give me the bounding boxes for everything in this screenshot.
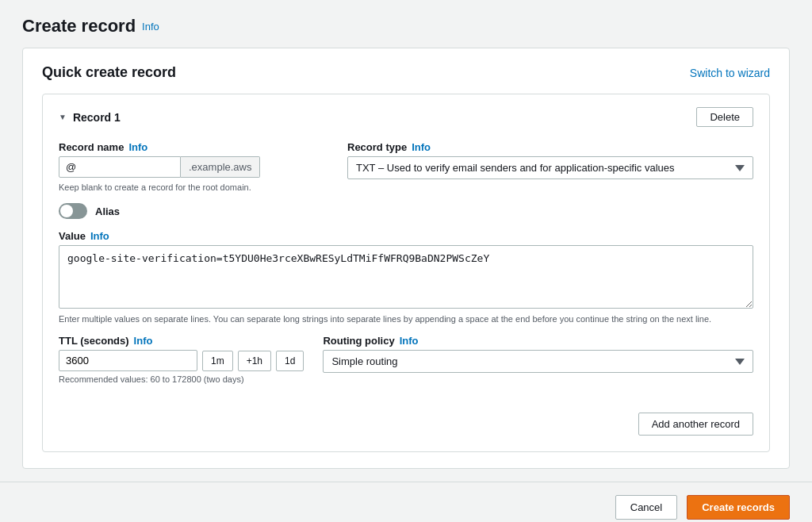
ttl-1m-button[interactable]: 1m [202,351,233,371]
record-type-label: Record type Info [347,141,753,153]
record-type-group: Record type Info TXT – Used to verify em… [347,141,753,192]
page-title: Create record [22,16,136,36]
switch-to-wizard-link[interactable]: Switch to wizard [690,67,770,79]
ttl-1d-button[interactable]: 1d [276,351,304,371]
domain-suffix: .example.aws [181,156,260,178]
record-type-select[interactable]: TXT – Used to verify email senders and f… [347,156,753,179]
page-info-link[interactable]: Info [142,21,159,33]
value-label: Value Info [59,230,753,242]
value-hint: Enter multiple values on separate lines.… [59,314,753,324]
value-textarea[interactable] [59,245,753,309]
quick-create-card: Quick create record Switch to wizard ▼ R… [22,48,790,469]
page-footer: Cancel Create records [0,482,812,522]
record-section-header: ▼ Record 1 Delete [59,107,753,127]
card-header: Quick create record Switch to wizard [42,64,770,81]
record-name-group: Record name Info .example.aws Keep blank… [59,141,328,192]
triangle-icon: ▼ [59,113,67,121]
alias-toggle[interactable] [59,203,87,219]
value-group: Value Info Enter multiple values on sepa… [59,230,753,324]
create-records-button[interactable]: Create records [687,495,790,520]
record-name-input-row: .example.aws [59,156,328,178]
ttl-input-row: 1m +1h 1d [59,350,304,371]
record-label: ▼ Record 1 [59,111,121,124]
page-header: Create record Info [0,0,812,48]
bottom-row: TTL (seconds) Info 1m +1h 1d Recommended… [59,335,753,384]
alias-row: Alias [59,203,753,219]
ttl-label: TTL (seconds) Info [59,335,304,347]
record-type-info-link[interactable]: Info [412,141,431,153]
routing-label: Routing policy Info [323,335,753,347]
add-record-row: Add another record [59,400,753,436]
add-another-record-button[interactable]: Add another record [638,413,753,436]
alias-label: Alias [95,205,120,217]
ttl-group: TTL (seconds) Info 1m +1h 1d Recommended… [59,335,304,384]
ttl-1h-button[interactable]: +1h [238,351,271,371]
record-name-label: Record name Info [59,141,328,153]
value-info-link[interactable]: Info [90,230,109,242]
card-title: Quick create record [42,64,176,81]
name-type-row: Record name Info .example.aws Keep blank… [59,141,753,192]
ttl-info-link[interactable]: Info [134,335,153,347]
main-content: Quick create record Switch to wizard ▼ R… [0,48,812,469]
cancel-button[interactable]: Cancel [615,495,677,520]
record-name-input[interactable] [59,156,181,178]
record-section: ▼ Record 1 Delete Record name Info .exam… [42,94,770,452]
routing-policy-select[interactable]: Simple routingWeightedLatencyFailoverGeo… [323,350,753,373]
routing-group: Routing policy Info Simple routingWeight… [323,335,753,373]
record-number: Record 1 [73,111,121,124]
ttl-input[interactable] [59,350,197,371]
toggle-slider [59,203,87,219]
record-name-info-link[interactable]: Info [128,141,147,153]
routing-info-link[interactable]: Info [400,335,419,347]
delete-button[interactable]: Delete [696,107,753,127]
ttl-hint: Recommended values: 60 to 172800 (two da… [59,374,304,384]
record-name-hint: Keep blank to create a record for the ro… [59,182,328,192]
